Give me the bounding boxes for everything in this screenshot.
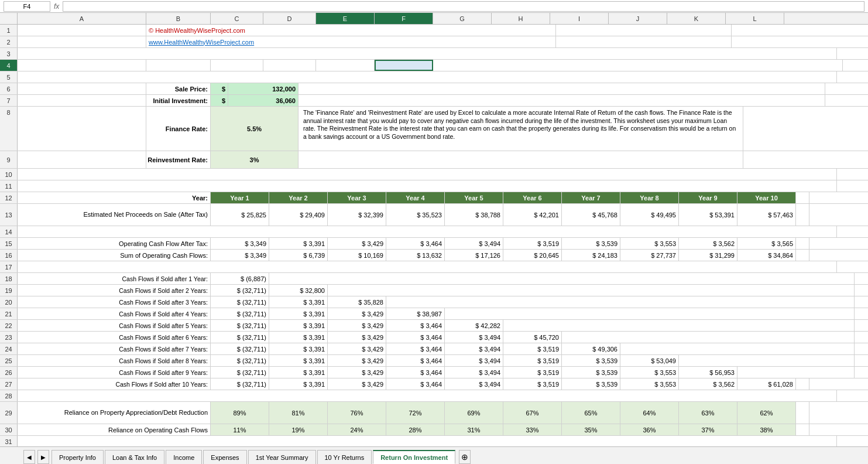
cell-rest1 <box>556 25 732 36</box>
year-4-header: Year 4 <box>386 192 445 203</box>
row-num-9: 9 <box>0 151 18 168</box>
cell-a14 <box>18 226 837 237</box>
cell-a7 <box>18 95 146 106</box>
cell-rest6 <box>299 83 825 94</box>
tab-nav-left[interactable]: ◀ <box>23 450 35 464</box>
net-proceeds-y2: $ 29,409 <box>269 204 328 226</box>
year-col-label: Year: <box>18 192 211 203</box>
col-header-i[interactable]: I <box>550 13 609 24</box>
year-3-header: Year 3 <box>328 192 386 203</box>
col-header-k[interactable]: K <box>667 13 726 24</box>
col-header-j[interactable]: J <box>609 13 667 24</box>
row-num-15: 15 <box>0 238 18 249</box>
cf-sold-4-y3: $ 3,429 <box>328 308 386 319</box>
cf-sold-9-rest <box>737 367 855 378</box>
col-header-g[interactable]: G <box>433 13 492 24</box>
cf-sold-10-rest <box>796 378 809 390</box>
tab-loan-tax-info[interactable]: Loan & Tax Info <box>105 450 164 464</box>
reliance-prop-y9: 63% <box>679 402 737 424</box>
row-num-25: 25 <box>0 355 18 366</box>
cf-sold-3-y2: $ 3,391 <box>269 296 328 308</box>
tab-10yr-returns[interactable]: 10 Yr Returns <box>317 450 372 464</box>
reliance-cf-y4: 28% <box>386 424 445 435</box>
row-12: 12 Year: Year 1 Year 2 Year 3 Year 4 Yea… <box>0 192 868 204</box>
cf-sold-3-label: Cash Flows if Sold after 3 Years: <box>18 296 211 308</box>
row-19: 19 Cash Flows if Sold after 2 Years: $ (… <box>0 285 868 296</box>
col-header-b[interactable]: B <box>146 13 211 24</box>
tab-return-on-investment[interactable]: Return On Investment <box>373 450 455 464</box>
cf-sold-2-label: Cash Flows if Sold after 2 Years: <box>18 285 211 296</box>
reliance-cf-y5: 31% <box>445 424 503 435</box>
reliance-cf-y6: 33% <box>503 424 562 435</box>
row-num-11: 11 <box>0 180 18 192</box>
year-8-header: Year 8 <box>620 192 679 203</box>
row-14: 14 <box>0 226 868 238</box>
reinvestment-rate-value[interactable]: 3% <box>211 151 299 168</box>
formula-input[interactable] <box>63 1 864 12</box>
tab-1st-year-summary[interactable]: 1st Year Summary <box>248 450 316 464</box>
cf-sold-4-y4: $ 38,987 <box>386 308 445 319</box>
net-proceeds-y9: $ 53,391 <box>679 204 737 226</box>
col-header-a[interactable]: A <box>18 13 146 24</box>
col-header-l[interactable]: L <box>726 13 784 24</box>
row-18: 18 Cash Flows if Sold after 1 Year: $ (6… <box>0 273 868 285</box>
row-num-1: 1 <box>0 25 18 36</box>
cf-sold-7-y4: $ 3,464 <box>386 343 445 354</box>
tab-property-info[interactable]: Property Info <box>52 450 104 464</box>
reliance-prop-label: Reliance on Property Appreciation/Debt R… <box>18 402 211 424</box>
col-header-f[interactable]: F <box>375 13 433 24</box>
row-num-17: 17 <box>0 261 18 272</box>
col-header-e[interactable]: E <box>316 13 375 24</box>
row-17: 17 <box>0 261 868 273</box>
row-num-18: 18 <box>0 273 18 284</box>
cf-sold-10-y4: $ 3,464 <box>386 378 445 390</box>
reliance-prop-y4: 72% <box>386 402 445 424</box>
cf-sold-10-y10: $ 61,028 <box>737 378 796 390</box>
cell-b2[interactable]: www.HealthWealthyWiseProject.com <box>146 36 556 47</box>
row-num-30: 30 <box>0 424 18 435</box>
tab-income[interactable]: Income <box>166 450 202 464</box>
net-proceeds-label: Estimated Net Proceeds on Sale (After Ta… <box>18 204 211 226</box>
cf-sold-7-label: Cash Flows if Sold after 7 Years: <box>18 343 211 354</box>
cf-sold-7-y1: $ (32,711) <box>211 343 269 354</box>
tab-expenses[interactable]: Expenses <box>203 450 246 464</box>
col-header-c[interactable]: C <box>211 13 263 24</box>
initial-investment-label: Initial Investment: <box>146 95 211 106</box>
col-header-corner <box>0 13 18 24</box>
cf-sold-9-y4: $ 3,464 <box>386 367 445 378</box>
op-cf-y3: $ 3,429 <box>328 238 386 249</box>
tab-nav-right[interactable]: ▶ <box>37 450 49 464</box>
sum-cf-y8: $ 27,737 <box>620 250 679 261</box>
finance-rate-value[interactable]: 5.5% <box>211 107 299 151</box>
sale-price-value[interactable]: 132,000 <box>228 83 299 94</box>
sum-cf-y6: $ 20,645 <box>503 250 562 261</box>
cf-sold-5-y3: $ 3,429 <box>328 320 386 331</box>
row-29: 29 Reliance on Property Appreciation/Deb… <box>0 402 868 424</box>
cf-sold-6-rest <box>562 332 855 343</box>
cell-f4-selected[interactable] <box>375 60 433 71</box>
sum-cf-y5: $ 17,126 <box>445 250 503 261</box>
sum-cf-y1: $ 3,349 <box>211 250 269 261</box>
cf-sold-7-rest <box>620 343 855 354</box>
cell-a4 <box>18 60 146 71</box>
row-7: 7 Initial Investment: $ 36,060 <box>0 95 868 107</box>
cell-a2 <box>18 36 146 47</box>
cf-sold-10-y1: $ (32,711) <box>211 378 269 390</box>
net-proceeds-y4: $ 35,523 <box>386 204 445 226</box>
cell-rest4 <box>433 60 843 71</box>
col-header-h[interactable]: H <box>492 13 550 24</box>
initial-investment-value[interactable]: 36,060 <box>228 95 299 106</box>
op-cf-y2: $ 3,391 <box>269 238 328 249</box>
row-num-5: 5 <box>0 71 18 83</box>
cell-rest7 <box>299 95 825 106</box>
cell-rest12 <box>796 192 809 203</box>
row-2: 2 www.HealthWealthyWiseProject.com <box>0 36 868 48</box>
row-1: 1 © HealthWealthyWiseProject.com <box>0 25 868 36</box>
row-15: 15 Operating Cash Flow After Tax: $ 3,34… <box>0 238 868 250</box>
tab-add-button[interactable]: ⊕ <box>459 450 471 464</box>
cf-sold-5-y4: $ 3,464 <box>386 320 445 331</box>
cf-sold-9-y3: $ 3,429 <box>328 367 386 378</box>
name-box[interactable] <box>4 1 50 12</box>
col-header-d[interactable]: D <box>263 13 316 24</box>
cf-sold-10-y5: $ 3,494 <box>445 378 503 390</box>
